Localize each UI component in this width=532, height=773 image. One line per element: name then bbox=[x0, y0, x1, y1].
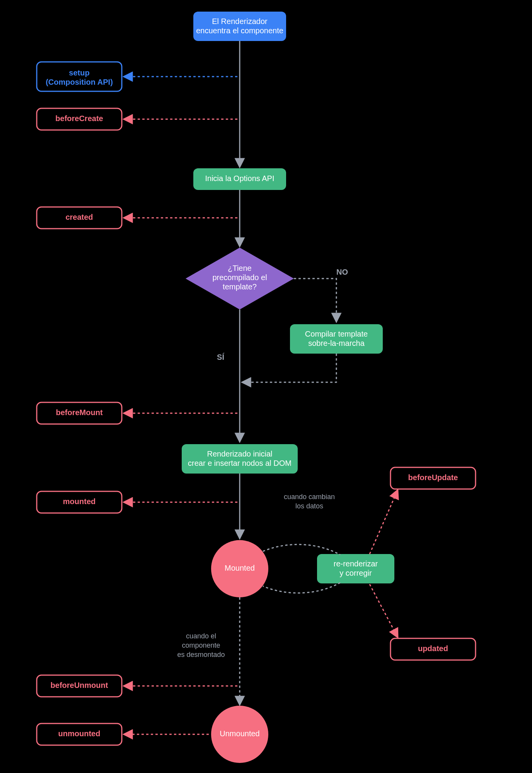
svg-text:El Renderizador: El Renderizador bbox=[212, 17, 268, 26]
label-no: NO bbox=[336, 268, 348, 276]
svg-text:mounted: mounted bbox=[63, 497, 95, 506]
svg-text:Unmounted: Unmounted bbox=[220, 729, 259, 738]
svg-text:unmounted: unmounted bbox=[58, 729, 101, 738]
svg-text:es desmontado: es desmontado bbox=[177, 651, 225, 658]
svg-text:beforeMount: beforeMount bbox=[56, 408, 102, 417]
svg-text:re-renderizar: re-renderizar bbox=[334, 559, 378, 568]
svg-text:encuentra el componente: encuentra el componente bbox=[196, 26, 283, 35]
svg-text:updated: updated bbox=[418, 644, 448, 653]
svg-line-46 bbox=[370, 584, 397, 637]
label-data-changes: cuando cambian bbox=[284, 493, 335, 501]
svg-text:¿Tiene: ¿Tiene bbox=[228, 264, 252, 272]
svg-text:Inicia la Options API: Inicia la Options API bbox=[205, 174, 275, 183]
svg-text:Mounted: Mounted bbox=[225, 564, 255, 572]
svg-text:template?: template? bbox=[223, 282, 257, 291]
label-unmount-when: cuando el bbox=[186, 632, 216, 640]
hook-before-create: beforeCreate bbox=[37, 108, 122, 130]
svg-text:beforeUpdate: beforeUpdate bbox=[408, 473, 458, 482]
node-unmounted-state: Unmounted bbox=[211, 706, 268, 763]
node-renderer-encounters: El Renderizador encuentra el componente bbox=[193, 12, 286, 41]
hook-setup: setup (Composition API) bbox=[37, 62, 122, 91]
svg-text:y corregir: y corregir bbox=[339, 569, 372, 577]
label-yes: SÍ bbox=[217, 353, 224, 361]
hook-mounted: mounted bbox=[37, 491, 122, 513]
node-initial-render: Renderizado inicial crear e insertar nod… bbox=[182, 444, 298, 474]
svg-text:Renderizado inicial: Renderizado inicial bbox=[207, 450, 273, 458]
node-rerender: re-renderizar y corregir bbox=[317, 554, 394, 583]
svg-line-43 bbox=[370, 491, 397, 554]
node-decision-template: ¿Tiene precompilado el template? bbox=[186, 248, 294, 310]
node-mounted-state: Mounted bbox=[211, 540, 268, 597]
hook-before-update: beforeUpdate bbox=[390, 467, 476, 489]
svg-text:crear e insertar nodos al DOM: crear e insertar nodos al DOM bbox=[188, 459, 292, 467]
svg-text:beforeCreate: beforeCreate bbox=[55, 114, 103, 123]
svg-text:los datos: los datos bbox=[295, 502, 323, 510]
svg-text:created: created bbox=[65, 213, 93, 221]
svg-text:componente: componente bbox=[182, 641, 220, 649]
hook-updated: updated bbox=[390, 638, 476, 660]
node-compile-template: Compilar template sobre-la-marcha bbox=[290, 324, 383, 354]
node-options-api: Inicia la Options API bbox=[193, 168, 286, 190]
hook-unmounted: unmounted bbox=[37, 723, 122, 745]
lifecycle-diagram: El Renderizador encuentra el componente … bbox=[0, 0, 532, 773]
hook-created: created bbox=[37, 207, 122, 229]
hook-before-unmount: beforeUnmount bbox=[37, 675, 122, 697]
svg-text:precompilado el: precompilado el bbox=[212, 273, 267, 282]
hook-before-mount: beforeMount bbox=[37, 402, 122, 424]
svg-text:sobre-la-marcha: sobre-la-marcha bbox=[308, 339, 365, 347]
svg-text:setup: setup bbox=[69, 68, 89, 77]
svg-text:beforeUnmount: beforeUnmount bbox=[51, 681, 108, 689]
svg-text:(Composition API): (Composition API) bbox=[46, 78, 113, 86]
svg-text:Compilar template: Compilar template bbox=[305, 330, 368, 338]
